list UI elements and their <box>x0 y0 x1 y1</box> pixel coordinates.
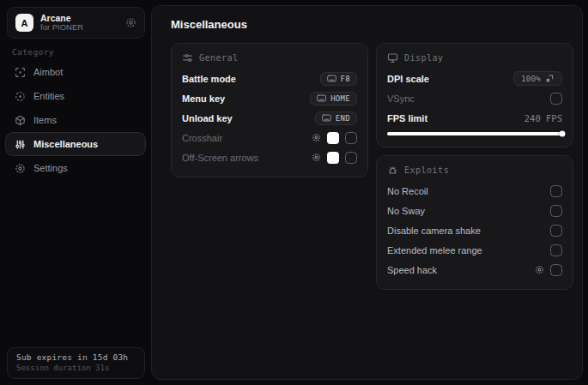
exploit-checkbox[interactable] <box>550 205 562 217</box>
sidebar-item-settings[interactable]: Settings <box>5 156 146 180</box>
setting-row: Off-Screen arrows <box>182 147 357 167</box>
setting-label: Battle mode <box>182 74 236 84</box>
items-icon <box>15 115 26 126</box>
general-card: General Battle modeF8Menu keyHOMEUnload … <box>171 43 368 177</box>
exploit-label: No Sway <box>387 206 425 216</box>
dpi-scale-row: DPI scale 100% <box>387 69 562 88</box>
scale-icon <box>545 74 555 83</box>
exploit-label: No Recoil <box>387 186 428 196</box>
sidebar-item-label: Miscellaneous <box>33 139 98 149</box>
keybind-value: END <box>336 114 350 123</box>
exploit-checkbox[interactable] <box>550 264 562 276</box>
page-title: Miscellaneous <box>171 18 573 31</box>
exploits-card-title: Exploits <box>404 165 449 175</box>
color-swatch[interactable] <box>327 152 339 164</box>
row-settings-gear-icon[interactable] <box>535 265 544 274</box>
entities-icon <box>15 91 26 102</box>
exploit-row: No Recoil <box>387 181 562 201</box>
exploit-label: Disable camera shake <box>387 226 481 236</box>
exploit-row: No Sway <box>387 201 562 220</box>
dpi-scale-label: DPI scale <box>387 74 429 84</box>
vsync-label: VSync <box>387 93 415 104</box>
sidebar-item-miscellaneous[interactable]: Miscellaneous <box>5 132 146 156</box>
display-card-title: Display <box>404 53 444 63</box>
fps-limit-label: FPS limit <box>387 113 427 123</box>
dpi-scale-value: 100% <box>521 74 541 83</box>
keybind-value: HOME <box>330 94 350 103</box>
app-header-card: A Arcane for PIONER <box>7 7 145 39</box>
setting-checkbox[interactable] <box>345 152 357 164</box>
gear-icon <box>15 163 26 174</box>
app-window: A Arcane for PIONER Category AimbotEntit… <box>0 0 588 385</box>
keyboard-icon <box>317 94 326 102</box>
monitor-icon <box>387 52 398 63</box>
sidebar-item-aimbot[interactable]: Aimbot <box>5 60 146 84</box>
setting-label: Off-Screen arrows <box>182 153 258 163</box>
misc-icon <box>15 139 26 150</box>
vsync-row: VSync <box>387 88 562 108</box>
exploit-checkbox[interactable] <box>550 185 562 197</box>
setting-row: Crosshair <box>182 128 357 147</box>
slider-knob[interactable] <box>560 131 566 137</box>
sidebar: A Arcane for PIONER Category AimbotEntit… <box>0 0 151 385</box>
app-subtitle: for PIONER <box>40 23 118 33</box>
main-panel: Miscellaneous General Battle modeF8Menu … <box>151 5 583 380</box>
sidebar-item-items[interactable]: Items <box>5 108 146 132</box>
setting-checkbox[interactable] <box>345 132 357 144</box>
fps-limit-value: 240 FPS <box>524 113 562 123</box>
category-label: Category <box>12 47 54 57</box>
keybind-badge[interactable]: F8 <box>320 72 357 86</box>
setting-label: Unload key <box>182 113 233 123</box>
sidebar-nav: AimbotEntitiesItemsMiscellaneousSettings <box>5 60 146 180</box>
row-settings-gear-icon[interactable] <box>312 133 321 142</box>
exploit-label: Extended melee range <box>387 245 482 256</box>
aimbot-icon <box>15 67 26 78</box>
sub-expiry-text: Sub expires in 15d 03h <box>16 352 136 362</box>
dpi-scale-select[interactable]: 100% <box>513 71 562 86</box>
sidebar-item-label: Items <box>33 115 57 125</box>
setting-row: Unload keyEND <box>182 108 357 128</box>
fps-limit-row: FPS limit 240 FPS <box>387 108 562 128</box>
exploit-row: Disable camera shake <box>387 220 562 240</box>
exploit-row: Speed hack <box>387 260 562 280</box>
general-card-title: General <box>199 53 239 63</box>
keybind-badge[interactable]: HOME <box>310 92 357 105</box>
display-card: Display DPI scale 100% VSync <box>376 43 573 147</box>
setting-label: Menu key <box>182 93 225 104</box>
sidebar-item-label: Entities <box>33 91 64 101</box>
setting-label: Crosshair <box>182 133 222 143</box>
keyboard-icon <box>322 114 331 122</box>
app-logo: A <box>15 14 33 32</box>
keybind-value: F8 <box>341 75 350 83</box>
row-settings-gear-icon[interactable] <box>312 153 321 162</box>
setting-row: Battle modeF8 <box>182 69 357 88</box>
keyboard-icon <box>327 75 336 82</box>
slider-fill <box>387 132 562 135</box>
sidebar-item-entities[interactable]: Entities <box>5 84 146 108</box>
bug-icon <box>387 165 398 176</box>
fps-limit-slider[interactable] <box>387 130 562 137</box>
exploits-card: Exploits No RecoilNo SwayDisable camera … <box>376 155 573 290</box>
vsync-checkbox[interactable] <box>550 93 562 105</box>
exploit-checkbox[interactable] <box>550 225 562 237</box>
subscription-card: Sub expires in 15d 03h Session duration … <box>7 347 145 379</box>
sidebar-item-label: Aimbot <box>33 67 63 77</box>
keybind-badge[interactable]: END <box>315 111 357 125</box>
exploit-checkbox[interactable] <box>550 244 562 256</box>
exploit-label: Speed hack <box>387 265 437 275</box>
exploit-row: Extended melee range <box>387 240 562 260</box>
sidebar-item-label: Settings <box>33 163 68 173</box>
session-duration-text: Session duration 31s <box>16 364 136 372</box>
settings-gear-icon[interactable] <box>125 17 136 28</box>
color-swatch[interactable] <box>327 132 339 144</box>
sliders-icon <box>182 52 193 63</box>
setting-row: Menu keyHOME <box>182 88 357 108</box>
